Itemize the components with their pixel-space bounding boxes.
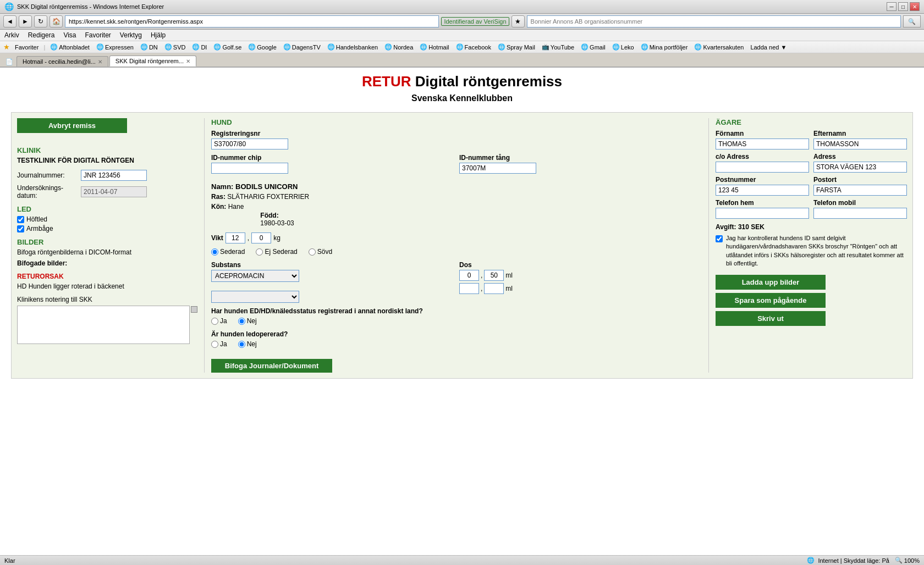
menu-hjalp[interactable]: Hjälp [150,31,167,40]
consent-checkbox[interactable] [716,235,723,242]
undersoknings-input[interactable] [81,186,147,197]
address-input[interactable] [65,15,439,27]
regsnr-input[interactable] [211,139,288,149]
q1-nej-label[interactable]: Nej [238,317,257,325]
dos2-dec-input[interactable] [484,283,504,294]
vikt-dec-input[interactable] [251,232,271,243]
q2-ja-label[interactable]: Ja [211,340,227,348]
bm-ladda-ned[interactable]: Ladda ned ▼ [749,43,788,51]
maximize-button[interactable]: □ [898,2,908,11]
bm-youtube[interactable]: 📺 YouTube [540,43,576,51]
journalnummer-input[interactable] [81,170,147,181]
hoftled-checkbox[interactable] [17,216,24,223]
tang-input[interactable] [459,163,536,174]
bm-expressen[interactable]: 🌐 Expressen [95,43,135,51]
bm-facebook[interactable]: 🌐 Facebook [454,43,493,51]
co-input[interactable] [716,162,809,173]
menu-verktyg[interactable]: Verktyg [119,31,143,40]
bm-favoriter[interactable]: Favoriter [13,43,40,51]
verisign-badge: Identifierad av VeriSign [441,17,509,26]
bm-gmail[interactable]: 🌐 Gmail [579,43,607,51]
q2-nej-radio[interactable] [238,341,245,348]
tab-hotmail[interactable]: Hotmail - cecilia.hedin@li...✕ [16,56,108,67]
bm-spraymail[interactable]: 🌐 Spray Mail [496,43,537,51]
search-go-button[interactable]: 🔍 [903,15,921,27]
menu-redigera[interactable]: Redigera [27,31,56,40]
hund-label: HUND [211,118,702,126]
substans-select[interactable]: ACEPROMACIN [211,270,299,282]
refresh-button[interactable]: ↻ [34,15,47,27]
bm-svd[interactable]: 🌐 SVD [163,43,188,51]
dog-kon: Kön: Hane [211,203,244,227]
tab-skk[interactable]: SKK Digital röntgenrem...✕ [109,56,196,67]
substans2-select[interactable] [211,291,299,303]
cancel-remiss-button[interactable]: Avbryt remiss [17,118,127,133]
bm-mina-portfoljer[interactable]: 🌐 Mina portföljer [639,43,690,51]
efternamn-col: Efternamn [813,130,907,149]
minimize-button[interactable]: ─ [887,2,897,11]
q2-nej-label[interactable]: Nej [238,340,257,348]
substans-row: Substans ACEPROMACIN Dos , ml [211,261,702,303]
bifoga-journaler-button[interactable]: Bifoga Journaler/Dokument [211,359,332,373]
bm-nordea[interactable]: 🌐 Nordea [383,43,415,51]
bm-dn[interactable]: 🌐 DN [139,43,160,51]
vikt-unit: kg [273,234,280,242]
dos-dec-input[interactable] [484,270,504,281]
postnr-label: Postnummer [716,176,809,184]
sederad-radio-label[interactable]: Sederad [211,248,245,256]
chip-input[interactable] [211,163,288,174]
postnr-input[interactable] [716,185,809,196]
armbage-checkbox[interactable] [17,225,24,232]
telhem-label: Telefon hem [716,199,809,207]
q1-ja-label[interactable]: Ja [211,317,227,325]
bm-hotmail[interactable]: 🌐 Hotmail [418,43,450,51]
window-controls[interactable]: ─ □ ✕ [887,2,920,11]
ladda-upp-button[interactable]: Ladda upp bilder [716,275,826,290]
spara-button[interactable]: Spara som pågående [716,293,826,308]
postort-input[interactable] [813,185,907,196]
fornamn-input[interactable] [716,139,809,149]
close-button[interactable]: ✕ [910,2,920,11]
q2-ja-radio[interactable] [211,341,218,348]
adress-input[interactable] [813,162,907,173]
search-input[interactable] [527,15,901,27]
bm-dagenstv[interactable]: 🌐 DagensTV [282,43,322,51]
ej-sederad-radio-label[interactable]: Ej Sederad [256,248,297,256]
telhem-input[interactable] [716,208,809,219]
home-button[interactable]: 🏠 [50,15,63,27]
q1-nej-radio[interactable] [238,318,245,325]
kon-value: Hane [228,203,244,211]
bm-google[interactable]: 🌐 Google [246,43,278,51]
sovd-radio[interactable] [309,248,316,256]
forward-button[interactable]: ► [19,15,32,27]
notering-textarea[interactable] [17,306,190,344]
ej-sederad-radio[interactable] [256,248,263,256]
bm-kvartersakuten[interactable]: 🌐 Kvartersakuten [692,43,745,51]
dog-name-value: BODILS UNICORN [235,182,298,191]
menu-arkiv[interactable]: Arkiv [3,31,20,40]
sederad-radio[interactable] [211,248,218,256]
favorites-star-button[interactable]: ★ [512,15,525,27]
bm-aftonbladet[interactable]: 🌐 Aftonbladet [48,43,91,51]
dog-fodd: Född: 1980-03-03 [260,212,294,227]
menu-visa[interactable]: Visa [62,31,77,40]
undersoknings-label-block: Undersöknings- datum: [17,184,78,200]
menu-bar: Arkiv Redigera Visa Favoriter Verktyg Hj… [0,30,924,41]
right-column: ÄGARE Förnamn Efternamn c/o Adress Adres… [709,118,907,373]
q1-ja-radio[interactable] [211,318,218,325]
menu-favoriter[interactable]: Favoriter [84,31,112,40]
notering-resize-handle[interactable] [191,306,197,313]
sovd-radio-label[interactable]: Sövd [309,248,332,256]
new-tab-btn[interactable]: 📄 [3,57,15,67]
skriv-ut-button[interactable]: Skriv ut [716,311,826,326]
bm-golf[interactable]: 🌐 Golf.se [212,43,243,51]
bm-di[interactable]: 🌐 DI [190,43,208,51]
bm-leko[interactable]: 🌐 Leko [610,43,636,51]
dos2-int-input[interactable] [459,283,479,294]
bm-handelsbanken[interactable]: 🌐 Handelsbanken [326,43,380,51]
telmob-input[interactable] [813,208,907,219]
dos-int-input[interactable] [459,270,479,281]
efternamn-input[interactable] [813,139,907,149]
vikt-int-input[interactable] [226,232,245,243]
back-button[interactable]: ◄ [3,15,16,27]
